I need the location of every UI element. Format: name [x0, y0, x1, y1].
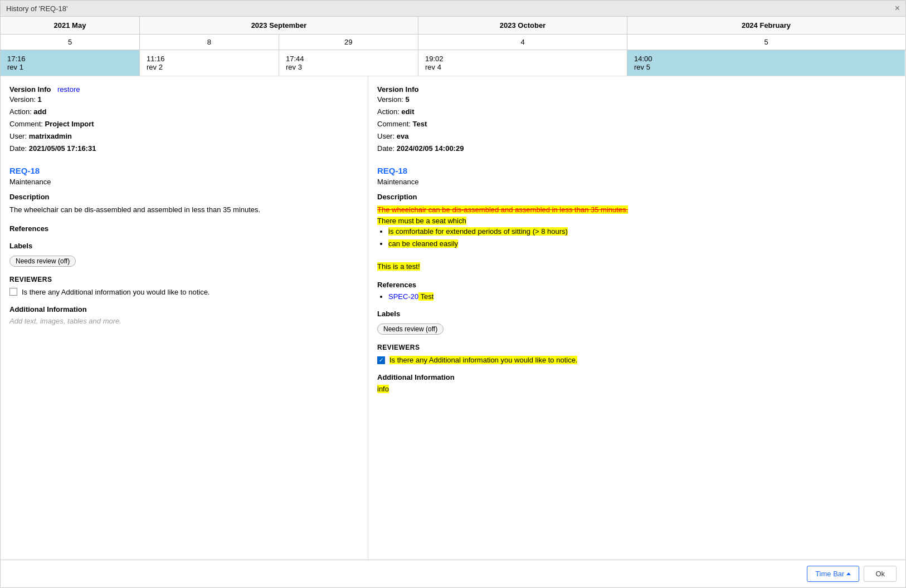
right-comment-value: Test [413, 120, 427, 128]
right-version-info: Version Info Version: 5 Action: edit Com… [377, 85, 897, 155]
right-date-row: Date: 2024/02/05 14:00:29 [377, 143, 897, 155]
left-user-value: matrixadmin [29, 132, 72, 140]
version-time-rev4: 19:02 [425, 55, 620, 63]
history-dialog: History of 'REQ-18' × 2021 May 5 2023 Se… [0, 0, 906, 588]
left-date-row: Date: 2021/05/05 17:16:31 [9, 143, 359, 155]
date-cell-5b: 5 [627, 35, 905, 50]
left-reviewers: REVIEWERS Is there any Additional inform… [9, 276, 359, 296]
left-description-title: Description [9, 193, 359, 201]
version-rev-rev5: rev 5 [634, 63, 898, 71]
right-additional: Additional Information info [377, 373, 897, 393]
left-version-info-title: Version Info [9, 85, 51, 94]
right-reviewers-title: REVIEWERS [377, 344, 897, 351]
right-description-title: Description [377, 193, 897, 201]
left-labels-title: Labels [9, 242, 359, 250]
right-additional-value: info [377, 385, 389, 393]
right-description-test: This is a test! [377, 262, 420, 271]
right-bullet-1: can be cleaned easily [388, 238, 897, 249]
right-panel: Version Info Version: 5 Action: edit Com… [368, 76, 905, 560]
ok-button[interactable]: Ok [864, 566, 897, 582]
left-comment-value: Project Import [45, 120, 94, 128]
version-rev-rev3: rev 3 [286, 63, 411, 71]
period-label-2023oct: 2023 October [418, 17, 627, 35]
version-time-rev5: 14:00 [634, 55, 898, 63]
left-action-row: Action: add [9, 106, 359, 118]
period-label-2023sep: 2023 September [140, 17, 418, 35]
left-additional-placeholder: Add text, images, tables and more. [9, 317, 359, 325]
left-version-info: Version Info restore Version: 1 Action: … [9, 85, 359, 155]
version-time-rev3: 17:44 [286, 55, 411, 63]
period-2023oct: 2023 October 4 [418, 17, 627, 50]
chevron-up-icon [846, 572, 851, 575]
right-references-list: SPEC-20 Test [388, 292, 897, 301]
spec-20-link[interactable]: SPEC-20 [388, 292, 418, 301]
left-references-title: References [9, 224, 359, 233]
right-references: References SPEC-20 Test [377, 281, 897, 301]
right-label-badge: Needs review (off) [377, 324, 444, 335]
right-description-new-intro: There must be a seat which [377, 217, 466, 225]
right-action-value: edit [401, 107, 414, 116]
timebar-button[interactable]: Time Bar [807, 566, 859, 582]
version-rev-rev2: rev 2 [147, 63, 272, 71]
date-cell-8: 8 [140, 35, 279, 50]
timeline-header: 2021 May 5 2023 September 8 29 2023 Octo… [1, 17, 905, 50]
right-labels: Labels Needs review (off) [377, 310, 897, 335]
version-cell-rev4[interactable]: 19:02 rev 4 [418, 50, 627, 76]
close-button[interactable]: × [895, 4, 900, 13]
right-labels-title: Labels [377, 310, 897, 318]
right-references-title: References [377, 281, 897, 289]
left-label-badge: Needs review (off) [9, 256, 76, 267]
right-req-name: Maintenance [377, 178, 897, 186]
right-version-row: Version: 5 [377, 94, 897, 106]
left-labels: Labels Needs review (off) [9, 242, 359, 267]
right-action-row: Action: edit [377, 106, 897, 118]
version-cell-rev3[interactable]: 17:44 rev 3 [279, 50, 418, 76]
right-checkbox[interactable] [377, 356, 385, 364]
left-panel: Version Info restore Version: 1 Action: … [1, 76, 368, 560]
version-rev-rev1: rev 1 [7, 63, 133, 71]
dialog-footer: Time Bar Ok [1, 560, 905, 587]
left-references: References [9, 224, 359, 233]
period-2021may: 2021 May 5 [1, 17, 140, 50]
date-cell-4: 4 [418, 35, 627, 50]
right-checkbox-label: Is there any Additional information you … [389, 356, 577, 364]
left-checkbox[interactable] [9, 288, 17, 296]
left-additional-title: Additional Information [9, 305, 359, 313]
timebar-label: Time Bar [815, 570, 844, 578]
left-description-text: The wheelchair can be dis-assembled and … [9, 204, 359, 215]
restore-link[interactable]: restore [57, 85, 80, 94]
right-req-id: REQ-18 [377, 166, 897, 175]
left-version-number: 1 [38, 95, 42, 104]
timeline-versions: 17:16 rev 1 11:16 rev 2 17:44 rev 3 19:0… [1, 50, 905, 76]
left-version-row: Version: 1 [9, 94, 359, 106]
left-checkbox-label: Is there any Additional information you … [22, 288, 210, 296]
right-version-number: 5 [406, 95, 410, 104]
left-action-value: add [33, 107, 46, 116]
left-user-row: User: matrixadmin [9, 130, 359, 143]
version-cell-rev5[interactable]: 14:00 rev 5 [627, 50, 905, 76]
left-reviewers-title: REVIEWERS [9, 276, 359, 283]
content-area: Version Info restore Version: 1 Action: … [1, 76, 905, 560]
right-reviewers: REVIEWERS Is there any Additional inform… [377, 344, 897, 364]
left-checkbox-row: Is there any Additional information you … [9, 288, 359, 296]
right-comment-row: Comment: Test [377, 118, 897, 130]
version-cell-rev2[interactable]: 11:16 rev 2 [140, 50, 279, 76]
right-description-strikethrough: The wheelchair can be dis-assembled and … [377, 205, 628, 214]
period-2024feb: 2024 February 5 [627, 17, 905, 50]
right-description: The wheelchair can be dis-assembled and … [377, 204, 897, 272]
right-version-info-title: Version Info [377, 85, 418, 94]
dialog-title: History of 'REQ-18' [6, 4, 67, 13]
left-req-name: Maintenance [9, 178, 359, 186]
date-cell-29: 29 [279, 35, 418, 50]
right-bullet-0: is comfortable for extended periods of s… [388, 226, 897, 237]
version-time-rev1: 17:16 [7, 55, 133, 63]
right-user-value: eva [397, 132, 409, 140]
right-user-row: User: eva [377, 130, 897, 143]
right-date-value: 2024/02/05 14:00:29 [397, 144, 464, 153]
left-date-value: 2021/05/05 17:16:31 [29, 144, 96, 153]
period-label-2021may: 2021 May [1, 17, 139, 35]
left-comment-row: Comment: Project Import [9, 118, 359, 130]
left-req-id: REQ-18 [9, 166, 359, 175]
version-cell-rev1[interactable]: 17:16 rev 1 [1, 50, 140, 76]
period-2023sep: 2023 September 8 29 [140, 17, 418, 50]
